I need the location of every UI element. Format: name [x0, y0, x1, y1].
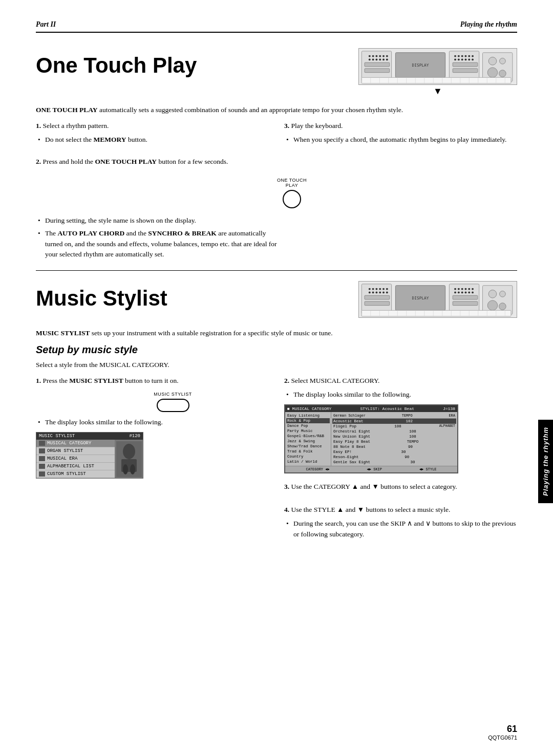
section1-title: One Touch Play	[36, 53, 348, 78]
music-stylist-button-illustration: MUSIC STYLIST	[77, 392, 269, 412]
page-header: Part II Playing the rhythm	[36, 20, 517, 33]
cat-right-row-1: Acoustic Beat102	[332, 419, 456, 424]
svg-point-25	[458, 58, 460, 60]
svg-point-62	[372, 292, 374, 294]
svg-point-3	[375, 55, 377, 57]
cat-footer-skip: ◄► SKIP	[367, 467, 382, 471]
svg-point-60	[386, 288, 388, 290]
stylist-item-2: ORGAN STYLIST	[36, 447, 115, 455]
stylist-image	[115, 440, 143, 478]
svg-rect-86	[483, 286, 513, 314]
section2-title: Music Stylist	[36, 286, 348, 311]
subsection-intro: Select a style from the MUSICAL CATEGORY…	[36, 360, 517, 371]
svg-point-12	[386, 58, 388, 60]
svg-point-79	[458, 292, 460, 294]
svg-point-26	[461, 58, 463, 60]
svg-point-77	[472, 288, 474, 290]
section2-intro: MUSIC STYLIST sets up your instrument wi…	[36, 328, 517, 339]
one-touch-play-button-illustration: ONE TOUCHPLAY	[67, 178, 517, 208]
section1-col-right: 3. Play the keyboard. When you specify a…	[284, 121, 517, 170]
svg-point-87	[488, 290, 497, 298]
cat-footer: CATEGORY ◄► ◄► SKIP ◄► STYLE	[285, 466, 457, 472]
stylist-item-3: MUSICAL ERA	[36, 455, 115, 463]
step2-2: 2. Select MUSICAL CATEGORY.	[284, 376, 517, 386]
section2-steps: 1. Press the MUSIC STYLIST button to tur…	[36, 376, 517, 542]
section-one-touch-play: One Touch Play	[36, 48, 517, 260]
stylist-icon-4	[39, 464, 45, 469]
cat-tempo: J=138	[443, 406, 455, 411]
stylist-icon-3	[39, 456, 45, 461]
svg-point-75	[465, 288, 467, 290]
section-divider	[36, 270, 517, 271]
svg-point-63	[375, 292, 377, 294]
step4-bullet: During the search, you can use the SKIP …	[284, 519, 517, 540]
svg-point-90	[499, 303, 506, 310]
doc-code: QQTG0671	[488, 735, 517, 741]
svg-point-109	[123, 444, 135, 459]
stylist-menu: MUSICAL CATEGORY ORGAN STYLIST MUSICAL E…	[36, 440, 115, 478]
stylist-tempo: #120	[129, 434, 140, 439]
cat-right-header: German SchlagerTEMPOERA	[332, 413, 456, 419]
cat-title: ■ MUSICAL CATEGORY	[287, 406, 331, 411]
svg-point-82	[468, 292, 470, 294]
svg-point-111	[123, 464, 128, 474]
svg-point-76	[468, 288, 470, 290]
arrow-indicator-1: ▼	[433, 86, 442, 97]
oval-button-icon	[157, 399, 189, 412]
svg-point-81	[465, 292, 467, 294]
step2: 2. Press and hold the ONE TOUCH PLAY but…	[36, 157, 269, 167]
cat-row-8: Trad & Folk	[286, 449, 330, 454]
section-music-stylist: Music Stylist DISPLAY	[36, 281, 517, 542]
cat-title-bar: ■ MUSICAL CATEGORY STYLIST: Acoustic Bea…	[285, 405, 457, 412]
svg-point-4	[379, 55, 381, 57]
stylist-item-1: MUSICAL CATEGORY	[36, 440, 115, 447]
svg-point-5	[382, 55, 385, 57]
header-part: Part II	[36, 20, 56, 29]
stylist-title-bar: MUSIC STYLIST #120	[36, 433, 143, 440]
cat-row-2: Rock & Pop	[286, 418, 330, 423]
step2-2-bullet: The display looks similar to the followi…	[284, 390, 517, 400]
svg-point-74	[461, 288, 463, 290]
cat-row-10: Latin / World	[286, 459, 330, 464]
bullet-auto-play: The AUTO PLAY CHORD and the SYNCHRO & BR…	[36, 228, 282, 261]
svg-point-20	[461, 55, 463, 57]
svg-point-35	[487, 68, 497, 77]
cat-right-row-8: Reson-Eight90	[332, 455, 456, 460]
cat-right-row-4: New Unison Eight108	[332, 434, 456, 439]
steps-3-4: 3. Use the CATEGORY ▲ and ▼ buttons to s…	[284, 482, 517, 540]
svg-text:DISPLAY: DISPLAY	[412, 296, 429, 300]
svg-rect-91	[361, 311, 511, 317]
cat-row-9: Country	[286, 454, 330, 459]
cat-right-row-9: Gentle Sax Eight30	[332, 460, 456, 465]
svg-point-10	[379, 58, 381, 60]
svg-rect-84	[453, 296, 478, 300]
svg-point-7	[369, 58, 371, 60]
section2-col-left: 1. Press the MUSIC STYLIST button to tur…	[36, 376, 269, 542]
svg-text:DISPLAY: DISPLAY	[412, 63, 429, 68]
svg-point-6	[386, 55, 388, 57]
section1-col-left: 1. Select a rhythm pattern. Do not selec…	[36, 121, 269, 170]
svg-point-59	[382, 288, 385, 290]
stylist-label-1: MUSICAL CATEGORY	[47, 441, 91, 446]
cat-footer-category: CATEGORY ◄►	[306, 467, 329, 471]
music-stylist-button-label: MUSIC STYLIST	[154, 392, 192, 397]
stylist-item-4: ALPHABETICAL LIST	[36, 463, 115, 470]
section1-intro: ONE TOUCH PLAY automatically sets a sugg…	[36, 105, 517, 116]
page-footer: 61 QQTG0671	[36, 724, 517, 741]
stylist-label-2: ORGAN STYLIST	[47, 448, 83, 453]
cat-right-col: German SchlagerTEMPOERA Acoustic Beat102…	[331, 412, 457, 466]
cat-row-4: Party Music	[286, 428, 330, 434]
svg-rect-14	[365, 69, 390, 73]
cat-footer-style: ◄► STYLE	[419, 467, 437, 471]
header-section: Playing the rhythm	[460, 20, 517, 29]
cat-body: Easy Listening Rock & Pop Dance Pop Part…	[285, 412, 457, 466]
bullet-display-left: The display looks similar to the followi…	[36, 417, 269, 428]
svg-point-78	[454, 292, 456, 294]
section1-steps: 1. Select a rhythm pattern. Do not selec…	[36, 121, 517, 170]
cat-row-7: Show/Trad Dance	[286, 444, 330, 449]
svg-point-22	[468, 55, 470, 57]
section1-bullets-after: During setting, the style name is shown …	[36, 215, 282, 261]
cat-right-row-3: Orchestral Eight108	[332, 429, 456, 434]
cat-right-row-6: 88 Note 8 Beat90	[332, 444, 456, 449]
step3-bullet: When you specify a chord, the automatic …	[284, 135, 517, 145]
